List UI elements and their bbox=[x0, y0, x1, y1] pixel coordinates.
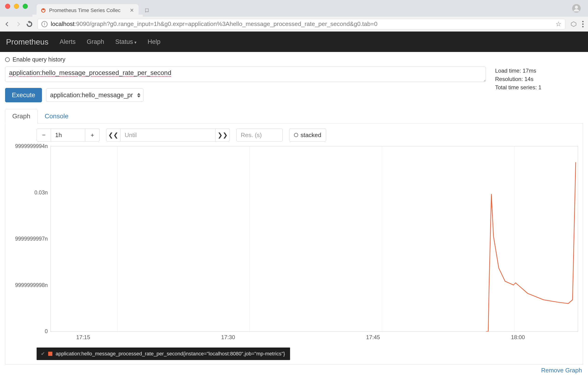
brand-label[interactable]: Prometheus bbox=[6, 37, 48, 46]
metric-dropdown-value: application:hello_message_pr bbox=[50, 92, 133, 99]
check-icon: ✔ bbox=[41, 351, 45, 357]
caret-down-icon: ▾ bbox=[134, 40, 137, 45]
time-next-button[interactable]: ❯❯ bbox=[215, 129, 230, 142]
legend-series-label: application:hello_message_processed_rate… bbox=[56, 351, 285, 357]
bookmark-star-icon[interactable]: ☆ bbox=[555, 20, 561, 28]
range-increase-button[interactable]: + bbox=[85, 129, 100, 142]
window-close-button[interactable] bbox=[5, 4, 10, 9]
remove-graph-link[interactable]: Remove Graph bbox=[541, 367, 582, 374]
tab-strip: Prometheus Time Series Collec ✕ bbox=[0, 0, 588, 17]
query-stats: Load time: 17ms Resolution: 14s Total ti… bbox=[495, 67, 541, 92]
window-zoom-button[interactable] bbox=[23, 4, 28, 9]
y-tick-label: 0.03n bbox=[34, 189, 48, 196]
radio-empty-icon bbox=[294, 133, 298, 137]
url-text: localhost:9090/graph?g0.range_input=1h&g… bbox=[51, 20, 377, 28]
address-bar[interactable]: i localhost:9090/graph?g0.range_input=1h… bbox=[37, 19, 565, 29]
back-button[interactable] bbox=[4, 21, 10, 27]
range-decrease-button[interactable]: − bbox=[37, 129, 51, 142]
browser-tab[interactable]: Prometheus Time Series Collec ✕ bbox=[37, 4, 138, 17]
window-controls bbox=[5, 0, 28, 17]
grid-line bbox=[514, 146, 514, 332]
y-tick-label: 9999999998n bbox=[15, 282, 48, 288]
nav-status[interactable]: Status▾ bbox=[115, 38, 137, 45]
extension-icon[interactable] bbox=[571, 21, 577, 27]
y-axis: 9999999994n0.03n9999999997n9999999998n0 bbox=[5, 146, 51, 332]
profile-icon[interactable] bbox=[572, 4, 581, 13]
time-prev-button[interactable]: ❮❮ bbox=[106, 129, 121, 142]
site-info-icon[interactable]: i bbox=[41, 21, 48, 27]
range-group: − 1h + bbox=[37, 129, 100, 142]
svg-point-2 bbox=[575, 6, 578, 9]
time-group: ❮❮ Until ❯❯ bbox=[106, 129, 230, 142]
nav-alerts[interactable]: Alerts bbox=[60, 38, 75, 45]
enable-query-history-toggle[interactable]: Enable query history bbox=[5, 56, 583, 63]
metric-dropdown[interactable]: application:hello_message_pr bbox=[46, 88, 143, 102]
resolution-input[interactable]: Res. (s) bbox=[236, 129, 283, 142]
y-tick-label: 9999999994n bbox=[15, 143, 48, 149]
query-history-label: Enable query history bbox=[13, 56, 65, 63]
reload-button[interactable] bbox=[26, 21, 33, 27]
prometheus-favicon-icon bbox=[41, 8, 46, 13]
stat-load-time: Load time: 17ms bbox=[495, 67, 541, 75]
nav-graph[interactable]: Graph bbox=[87, 38, 104, 45]
graph-panel: − 1h + ❮❮ Until ❯❯ Res. (s) stacked 9999… bbox=[5, 123, 583, 364]
x-axis: 17:1517:3017:4518:00 bbox=[5, 332, 583, 343]
forward-button[interactable] bbox=[15, 21, 21, 27]
chart: 9999999994n0.03n9999999997n9999999998n0 bbox=[5, 146, 583, 332]
browser-chrome: Prometheus Time Series Collec ✕ i localh… bbox=[0, 0, 588, 32]
grid-line bbox=[382, 146, 382, 332]
x-tick-label: 18:00 bbox=[511, 334, 525, 341]
stat-total-series: Total time series: 1 bbox=[495, 83, 541, 92]
tab-graph[interactable]: Graph bbox=[5, 109, 37, 123]
graph-controls: − 1h + ❮❮ Until ❯❯ Res. (s) stacked bbox=[5, 129, 583, 142]
tab-console[interactable]: Console bbox=[37, 109, 76, 123]
series-color-swatch bbox=[48, 352, 52, 356]
x-tick-label: 17:45 bbox=[366, 334, 380, 341]
legend[interactable]: ✔ application:hello_message_processed_ra… bbox=[37, 347, 290, 360]
new-tab-button[interactable] bbox=[142, 6, 152, 15]
stacked-toggle[interactable]: stacked bbox=[289, 129, 326, 142]
browser-toolbar: i localhost:9090/graph?g0.range_input=1h… bbox=[0, 17, 588, 32]
radio-empty-icon bbox=[5, 57, 10, 62]
x-tick-label: 17:15 bbox=[76, 334, 90, 341]
x-tick-label: 17:30 bbox=[221, 334, 235, 341]
grid-line bbox=[249, 146, 250, 332]
prometheus-navbar: Prometheus Alerts Graph Status▾ Help bbox=[0, 32, 588, 52]
tab-close-icon[interactable]: ✕ bbox=[130, 7, 134, 14]
series-line bbox=[486, 162, 576, 332]
nav-help[interactable]: Help bbox=[148, 38, 160, 45]
page-content: Enable query history application:hello_m… bbox=[0, 52, 588, 376]
result-tabs: Graph Console bbox=[5, 109, 583, 123]
stepper-icon bbox=[137, 93, 140, 97]
expression-input[interactable]: application:hello_message_processed_rate… bbox=[5, 67, 486, 82]
until-input[interactable]: Until bbox=[121, 129, 215, 142]
browser-menu-button[interactable] bbox=[582, 21, 584, 27]
execute-button[interactable]: Execute bbox=[5, 88, 42, 102]
resolution-group: Res. (s) bbox=[236, 129, 283, 142]
plot-area[interactable] bbox=[51, 146, 578, 332]
window-minimize-button[interactable] bbox=[14, 4, 19, 9]
y-tick-label: 9999999997n bbox=[15, 236, 48, 242]
grid-line bbox=[117, 146, 118, 332]
stacked-group: stacked bbox=[289, 129, 326, 142]
tab-title: Prometheus Time Series Collec bbox=[49, 7, 121, 14]
stacked-label: stacked bbox=[300, 132, 321, 139]
range-value[interactable]: 1h bbox=[51, 129, 85, 142]
stat-resolution: Resolution: 14s bbox=[495, 75, 541, 83]
